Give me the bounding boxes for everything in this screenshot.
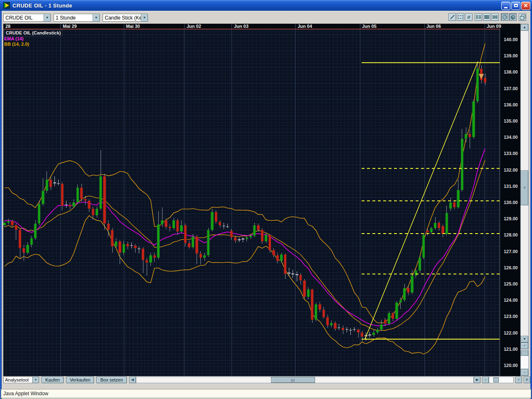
restore-button[interactable] — [511, 2, 520, 10]
charttype-dropdown[interactable]: Candle Stick (Kerze ▼ — [103, 14, 148, 22]
close-button[interactable]: ✕ — [521, 2, 530, 10]
price-axis-label: 121.00 — [504, 347, 518, 352]
scroll-left-icon[interactable]: ◀ — [129, 377, 136, 383]
reset-zoom-button[interactable]: R — [524, 377, 530, 383]
shade-pattern-dense-icon[interactable] — [509, 13, 517, 21]
axis-underline — [3, 29, 500, 30]
date-axis-separator — [124, 24, 124, 29]
chart-legend: CRUDE OIL (Candlestick)EMA (14)BB (14, 2… — [4, 30, 62, 47]
date-axis-separator — [485, 24, 485, 29]
line-style-dotted-icon[interactable] — [475, 13, 482, 21]
shade-pattern-dense-glyph — [511, 15, 515, 20]
scroll-down-icon[interactable]: ▼ — [521, 336, 528, 342]
chevron-down-icon[interactable]: ▼ — [32, 377, 39, 383]
date-axis-separator — [424, 24, 425, 29]
application-window: CRUDE OIL - 1 Stunde ✕ CRUDE OIL ▼ 1 Stu… — [0, 0, 532, 399]
scroll-right-icon[interactable]: ▶ — [474, 377, 480, 383]
vertical-scrollbar[interactable]: ▲ ≡ ▼ + − — [520, 24, 529, 376]
horizontal-zoom-in-button[interactable]: + — [515, 377, 522, 383]
window-title: CRUDE OIL - 1 Stunde — [12, 2, 72, 9]
line-style-dashdot-glyph — [493, 15, 498, 19]
price-axis-label: 138.00 — [504, 69, 518, 74]
price-axis-label: 139.00 — [504, 53, 518, 58]
drawing-tools: ø — [448, 13, 526, 21]
window-border-right — [530, 0, 532, 399]
candlestick-chart — [3, 30, 500, 376]
chart-app-icon — [3, 2, 10, 9]
date-axis-label: Jun 02 — [187, 24, 201, 29]
analysetool-value: Analysetool — [3, 377, 32, 383]
rectangle-tool-icon[interactable] — [457, 13, 464, 21]
date-axis-separator — [232, 24, 232, 29]
horizontal-scroll-track[interactable]: ||| — [136, 377, 474, 383]
bottom-toolbar: Analysetool ▼ Kaufen Verkaufen Box setze… — [2, 376, 530, 384]
rectangle-tool-glyph — [458, 15, 463, 19]
vertical-scroll-thumb[interactable]: ≡ — [521, 170, 528, 205]
cascade-windows-icon[interactable] — [519, 13, 526, 21]
date-axis-label: Jun 05 — [362, 24, 377, 29]
ellipse-tool-icon[interactable]: ø — [465, 13, 473, 21]
date-axis-label: Jun 04 — [298, 24, 312, 29]
symbol-value: CRUDE OIL — [3, 14, 44, 22]
price-axis-label: 123.00 — [504, 314, 518, 319]
status-text: Java Applet Window — [3, 391, 48, 397]
price-axis-label: 127.00 — [504, 249, 518, 254]
price-axis-label: 129.00 — [504, 216, 518, 221]
interval-value: 1 Stunde — [54, 14, 93, 22]
chart-plot-area[interactable]: CRUDE OIL (Candlestick)EMA (14)BB (14, 2… — [3, 30, 500, 376]
window-border-left — [0, 0, 2, 399]
verkaufen-button[interactable]: Verkaufen — [66, 377, 94, 383]
shade-pattern-light-glyph — [502, 15, 507, 20]
price-axis-label: 140.00 — [504, 37, 518, 42]
date-axis-separator — [360, 24, 360, 29]
price-axis: 140.00139.00138.00137.00136.00135.00134.… — [500, 29, 520, 376]
price-axis-label: 133.00 — [504, 151, 518, 156]
status-bar: Java Applet Window — [1, 389, 531, 398]
scroll-up-icon[interactable]: ▲ — [521, 24, 528, 31]
price-axis-label: 136.00 — [504, 102, 518, 107]
legend-item: CRUDE OIL (Candlestick) — [4, 30, 62, 36]
chevron-down-icon[interactable]: ▼ — [141, 14, 148, 22]
date-axis-separator — [60, 24, 61, 29]
price-axis-label: 126.00 — [504, 265, 518, 270]
title-bar[interactable]: CRUDE OIL - 1 Stunde ✕ — [0, 0, 532, 11]
line-style-dashdot-icon[interactable] — [491, 13, 499, 21]
price-axis-label: 135.00 — [504, 118, 518, 123]
vertical-zoom-in-button[interactable]: + — [521, 342, 528, 349]
horizontal-scroll-thumb[interactable]: ||| — [271, 377, 315, 383]
box-setzen-button[interactable]: Box setzen — [96, 377, 126, 383]
price-axis-label: 131.00 — [504, 184, 518, 189]
interval-dropdown[interactable]: 1 Stunde ▼ — [54, 14, 100, 22]
trend-line-tool-icon[interactable] — [448, 13, 456, 21]
horizontal-zoom-slider-thumb[interactable] — [493, 377, 499, 382]
price-axis-label: 137.00 — [504, 86, 518, 91]
line-style-dashed-icon[interactable] — [483, 13, 490, 21]
vertical-zoom-slider-thumb[interactable] — [521, 350, 528, 356]
vertical-zoom-slider[interactable] — [521, 349, 528, 369]
kaufen-button[interactable]: Kaufen — [42, 377, 64, 383]
chevron-down-icon[interactable]: ▼ — [44, 14, 51, 22]
symbol-dropdown[interactable]: CRUDE OIL ▼ — [3, 14, 51, 22]
trend-line-tool-glyph — [450, 15, 455, 20]
cascade-windows-glyph — [520, 15, 525, 20]
window-gap — [2, 384, 530, 389]
price-axis-label: 125.00 — [504, 281, 518, 286]
price-axis-label: 128.00 — [504, 232, 518, 237]
horizontal-zoom-out-button[interactable]: − — [482, 377, 489, 383]
analysetool-dropdown[interactable]: Analysetool ▼ — [3, 377, 39, 383]
price-axis-label: 122.00 — [504, 330, 518, 335]
date-axis-label: Mai 29 — [63, 24, 77, 29]
date-axis-label: Jun 09 — [487, 24, 501, 29]
date-axis-label: Jun 03 — [234, 24, 249, 29]
price-axis-label: 130.00 — [504, 200, 518, 205]
horizontal-zoom-slider[interactable] — [489, 377, 514, 383]
shade-pattern-light-icon[interactable] — [501, 13, 508, 21]
minimize-button[interactable] — [501, 2, 510, 10]
ellipse-tool-glyph: ø — [467, 15, 470, 20]
date-axis-separator — [184, 24, 185, 29]
vertical-zoom-out-button[interactable]: − — [521, 369, 528, 376]
chevron-down-icon[interactable]: ▼ — [93, 14, 100, 22]
date-axis-separator — [295, 24, 296, 29]
date-axis-label: 28 — [5, 24, 10, 29]
vertical-scroll-track[interactable]: ≡ — [521, 31, 528, 336]
